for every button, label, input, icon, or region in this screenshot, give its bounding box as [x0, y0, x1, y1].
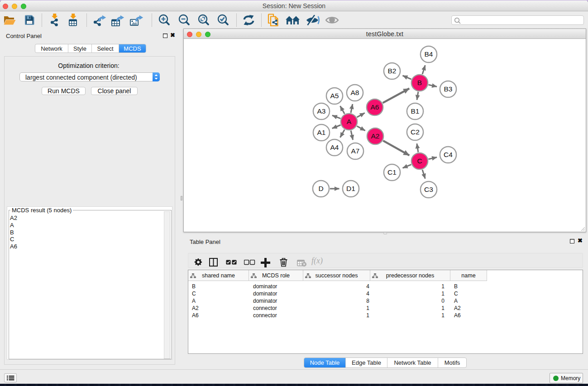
svg-text:C2: C2 — [411, 128, 420, 136]
svg-text:A7: A7 — [351, 147, 360, 155]
svg-text:C3: C3 — [424, 186, 433, 193]
svg-text:D1: D1 — [346, 185, 355, 192]
svg-text:D: D — [318, 185, 323, 192]
svg-text:A8: A8 — [351, 89, 359, 96]
svg-text:C1: C1 — [387, 168, 397, 176]
svg-text:B1: B1 — [411, 107, 420, 115]
svg-text:C: C — [417, 157, 422, 165]
svg-text:B2: B2 — [388, 67, 397, 75]
svg-text:A5: A5 — [330, 92, 339, 100]
svg-text:A: A — [347, 118, 352, 125]
svg-text:A2: A2 — [371, 132, 380, 140]
svg-text:C4: C4 — [444, 151, 453, 158]
svg-text:A1: A1 — [317, 129, 326, 136]
svg-text:A4: A4 — [330, 143, 339, 151]
svg-text:B: B — [417, 79, 422, 86]
svg-text:A6: A6 — [371, 103, 379, 111]
svg-text:A3: A3 — [317, 107, 326, 115]
svg-text:B3: B3 — [444, 85, 453, 93]
svg-text:B4: B4 — [425, 50, 433, 58]
